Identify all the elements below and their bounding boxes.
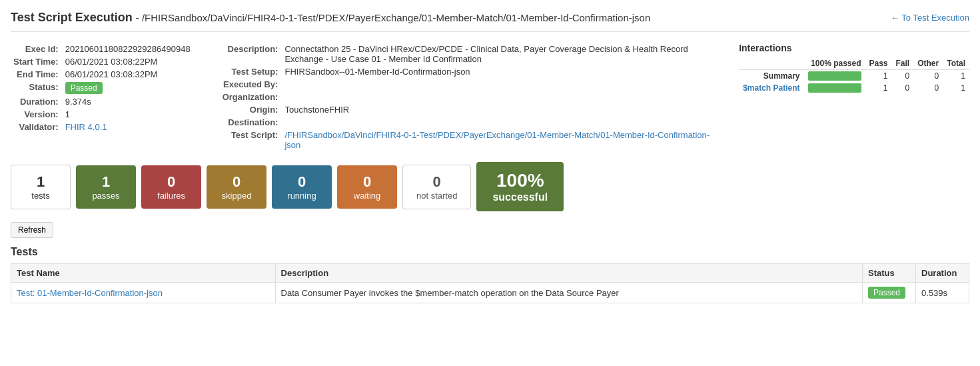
running-label: running [285,191,318,201]
test-setup-value: FHIRSandbox--01-Member-Id-Confirmation-j… [280,65,712,78]
failures-label: failures [155,191,188,201]
interaction-pass: 1 [865,82,892,94]
start-time-label: Start Time: [11,55,61,68]
table-row: Test: 01-Member-Id-Confirmation-jsonData… [11,283,969,303]
executed-by-label: Executed By: [220,78,281,91]
back-link[interactable]: To Test Execution [891,13,969,23]
interactions-header: 100% passed Pass Fail Other Total [739,57,969,70]
organization-row: Organization: [220,91,712,103]
origin-row: Origin: TouchstoneFHIR [220,103,712,116]
failures-number: 0 [155,173,188,191]
test-script-value: /FHIRSandbox/DaVinci/FHIR4-0-1-Test/PDEX… [280,129,712,151]
exec-info: Exec Id: 20210601180822929286490948 Star… [11,43,193,151]
validator-value: FHIR 4.0.1 [61,121,193,133]
interaction-link[interactable]: $match Patient [743,83,799,93]
status-row: Status: Passed [11,81,193,95]
description-info: Description: Connectathon 25 - DaVinci H… [220,43,712,151]
status-label: Status: [11,81,61,95]
success-label: successful [492,191,548,203]
waiting-number: 0 [350,173,384,191]
validator-row: Validator: FHIR 4.0.1 [11,121,193,133]
page-title: Test Script Execution - /FHIRSandbox/DaV… [11,11,650,25]
test-script-label: Test Script: [220,129,281,151]
interaction-pass: 1 [865,70,892,83]
stat-running: 0 running [272,165,332,209]
page-header: Test Script Execution - /FHIRSandbox/DaV… [11,11,969,32]
tests-number: 1 [25,173,57,191]
passes-number: 1 [89,173,123,191]
interactions-section: Interactions 100% passed Pass Fail Other… [739,43,969,151]
interaction-progress-cell [804,82,865,94]
interaction-fail: 0 [892,82,914,94]
validator-link[interactable]: FHIR 4.0.1 [65,122,107,132]
skipped-label: skipped [220,191,253,201]
title-main: Test Script Execution [11,11,133,24]
test-script-link[interactable]: /FHIRSandbox/DaVinci/FHIR4-0-1-Test/PDEX… [284,130,710,150]
title-path: - /FHIRSandbox/DaVinci/FHIR4-0-1-Test/PD… [136,12,651,23]
test-setup-label: Test Setup: [220,65,281,78]
col-total: Total [943,57,969,70]
stats-row: 1 tests 1 passes 0 failures 0 skipped 0 … [11,162,969,211]
interaction-row: Summary1001 [739,70,969,83]
status-value: Passed [61,81,193,95]
executed-by-row: Executed By: [220,78,712,91]
organization-label: Organization: [220,91,281,103]
interaction-total: 1 [943,70,969,83]
stat-waiting: 0 waiting [337,165,397,209]
interactions-title: Interactions [739,43,969,53]
waiting-label: waiting [350,191,384,201]
validator-label: Validator: [11,121,61,133]
stat-success: 100% successful [476,162,564,211]
exec-id-row: Exec Id: 20210601180822929286490948 [11,43,193,55]
duration-row: Duration: 9.374s [11,95,193,108]
destination-row: Destination: [220,116,712,129]
duration-value: 9.374s [61,95,193,108]
test-duration: 0.539s [916,283,969,303]
not-started-label: not started [416,191,457,201]
tests-header-row: Test Name Description Status Duration [11,264,969,283]
test-status-badge: Passed [868,287,905,299]
interaction-progress-bar [808,71,861,81]
interaction-total: 1 [943,82,969,94]
interaction-other: 0 [913,70,943,83]
version-row: Version: 1 [11,108,193,121]
description-row: Description: Connectathon 25 - DaVinci H… [220,43,712,65]
col-test-duration: Duration [916,264,969,283]
exec-id-label: Exec Id: [11,43,61,55]
test-name-link[interactable]: Test: 01-Member-Id-Confirmation-json [17,288,163,298]
interactions-table: 100% passed Pass Fail Other Total Summar… [739,57,969,94]
interaction-progress-bar [808,83,861,93]
destination-value [280,116,712,129]
tests-title: Tests [11,246,969,258]
interaction-label: Summary [739,70,803,83]
running-number: 0 [285,173,318,191]
start-time-value: 06/01/2021 03:08:22PM [61,55,193,68]
origin-label: Origin: [220,103,281,116]
destination-label: Destination: [220,116,281,129]
origin-value: TouchstoneFHIR [280,103,712,116]
success-pct: 100% [492,170,548,191]
skipped-number: 0 [220,173,253,191]
interaction-progress-cell [804,70,865,83]
stat-not-started: 0 not started [402,165,471,209]
col-test-name: Test Name [11,264,276,283]
info-section: Exec Id: 20210601180822929286490948 Star… [11,43,969,151]
tests-section: Tests Test Name Description Status Durat… [11,246,969,303]
test-setup-row: Test Setup: FHIRSandbox--01-Member-Id-Co… [220,65,712,78]
col-fail: Fail [892,57,914,70]
stat-failures: 0 failures [141,165,201,209]
duration-label: Duration: [11,95,61,108]
test-description: Data Consumer Payer invokes the $member-… [275,283,862,303]
interaction-fail: 0 [892,70,914,83]
stat-tests: 1 tests [11,165,71,209]
col-pct: 100% passed [804,57,865,70]
not-started-number: 0 [416,173,457,191]
version-label: Version: [11,108,61,121]
col-pass: Pass [865,57,892,70]
exec-id-value: 20210601180822929286490948 [61,43,193,55]
refresh-button[interactable]: Refresh [11,222,53,238]
col-label [739,57,803,70]
test-status: Passed [863,283,916,303]
end-time-value: 06/01/2021 03:08:32PM [61,68,193,81]
tests-label: tests [25,191,57,201]
